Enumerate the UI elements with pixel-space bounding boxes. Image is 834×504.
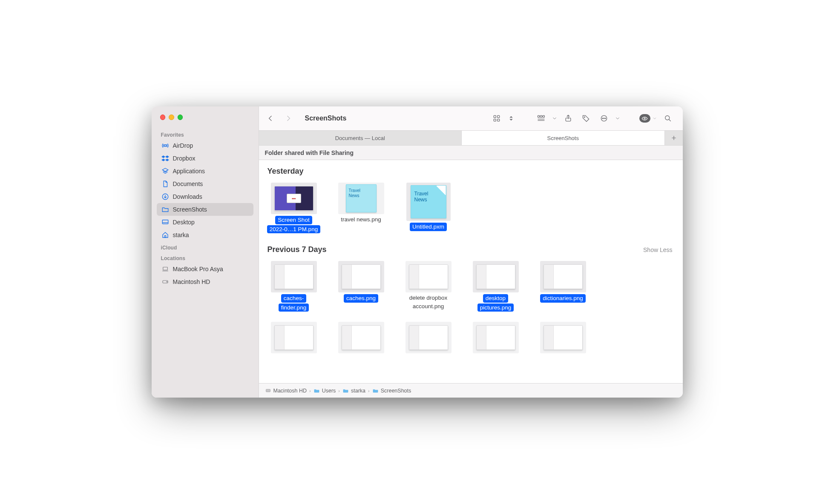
group-header: Yesterday (267, 165, 675, 178)
svg-rect-17 (497, 119, 499, 121)
forward-button[interactable] (281, 111, 296, 126)
group-title: Previous 7 Days (267, 245, 327, 254)
svg-rect-15 (497, 115, 499, 117)
svg-point-0 (164, 144, 166, 146)
content-area: Yesterday■■■Screen Shot2022-0…1 PM.pngTr… (259, 160, 683, 383)
group-title: Yesterday (267, 167, 304, 176)
file-thumbnail (338, 261, 384, 292)
chevron-right-icon: › (368, 388, 370, 393)
laptop-icon (161, 265, 170, 273)
path-segment[interactable]: ScreenShots (372, 387, 411, 394)
folder-sys-icon (372, 387, 379, 394)
svg-point-29 (604, 118, 604, 119)
file-thumbnail (540, 261, 586, 292)
sidebar-item-applications[interactable]: Applications (157, 165, 253, 178)
icon-grid-scroll[interactable]: Yesterday■■■Screen Shot2022-0…1 PM.pngTr… (259, 160, 683, 383)
close-window-button[interactable] (160, 115, 166, 120)
file-thumbnail (271, 322, 317, 353)
group-header: Previous 7 DaysShow Less (267, 243, 675, 257)
back-button[interactable] (263, 111, 278, 126)
sidebar-item-airdrop[interactable]: AirDrop (157, 139, 253, 152)
sidebar-item-label: Downloads (173, 194, 202, 200)
path-segment[interactable]: Users (313, 387, 336, 394)
file-label: delete dropboxaccount.png (409, 294, 447, 310)
svg-rect-16 (494, 119, 496, 121)
applications-icon (161, 167, 170, 175)
file-thumbnail (271, 261, 317, 292)
file-item[interactable] (536, 322, 590, 353)
file-item[interactable]: desktoppictures.png (469, 261, 523, 312)
sidebar-item-macbook-pro-asya[interactable]: MacBook Pro Asya (157, 263, 253, 275)
sidebar-item-documents[interactable]: Documents (157, 178, 253, 190)
path-bar[interactable]: Macintosh HD›Users›starka›ScreenShots (259, 383, 683, 398)
documents-icon (161, 180, 170, 188)
svg-rect-7 (162, 220, 168, 223)
file-item[interactable] (267, 322, 321, 353)
sidebar-section-label: Locations (156, 252, 254, 263)
file-item[interactable]: caches.png (334, 261, 388, 312)
file-item[interactable]: TravelNewstravel news.png (334, 183, 388, 233)
sidebar-item-label: starka (173, 232, 189, 238)
preview-mode-button[interactable] (639, 114, 657, 123)
path-label: Users (322, 388, 336, 394)
sidebar-item-macintosh-hd[interactable]: Macintosh HD (157, 275, 253, 288)
sidebar-item-desktop[interactable]: Desktop (157, 216, 253, 229)
sidebar-item-dropbox[interactable]: Dropbox (157, 152, 253, 165)
file-item[interactable]: delete dropboxaccount.png (401, 261, 456, 312)
file-item[interactable] (469, 322, 523, 353)
new-tab-button[interactable] (665, 131, 683, 145)
file-item[interactable]: dictionaries.png (536, 261, 590, 312)
group-by-button[interactable] (534, 111, 548, 126)
zoom-window-button[interactable] (178, 115, 183, 120)
file-thumbnail (405, 322, 452, 353)
hdd-icon (265, 387, 271, 394)
svg-point-32 (665, 116, 669, 120)
sidebar-item-label: Macintosh HD (173, 279, 210, 285)
chevron-right-icon: › (309, 388, 311, 393)
sidebar: FavoritesAirDropDropboxApplicationsDocum… (152, 106, 259, 398)
svg-rect-21 (540, 115, 542, 117)
sidebar-item-downloads[interactable]: Downloads (157, 190, 253, 203)
file-thumbnail (540, 322, 586, 353)
file-item[interactable]: caches-finder.png (267, 261, 321, 312)
file-label: desktoppictures.png (477, 294, 514, 312)
file-label: travel news.png (341, 216, 381, 223)
file-item[interactable] (334, 322, 388, 353)
path-segment[interactable]: Macintosh HD (265, 387, 307, 394)
window-title: ScreenShots (299, 115, 350, 122)
file-label: caches.png (344, 294, 378, 303)
view-mode-button[interactable] (489, 111, 504, 126)
desktop-icon (161, 218, 170, 226)
sidebar-item-label: Applications (173, 168, 205, 174)
file-item[interactable]: TravelNewsUntitled.pxm (401, 183, 456, 233)
group-toggle[interactable]: Show Less (643, 246, 672, 253)
view-mode-stepper[interactable] (507, 111, 515, 126)
path-segment[interactable]: starka (342, 387, 365, 394)
more-actions-button[interactable] (597, 111, 611, 126)
svg-point-31 (644, 117, 645, 119)
share-button[interactable] (561, 111, 575, 126)
file-label: caches-finder.png (279, 294, 309, 312)
sidebar-item-screenshots[interactable]: ScreenShots (157, 203, 253, 216)
file-thumbnail (473, 322, 519, 353)
main-pane: ScreenShots (259, 106, 683, 398)
tab-documents-local[interactable]: Documents — Local (259, 131, 462, 145)
search-button[interactable] (661, 111, 675, 126)
group-by-chevron[interactable] (552, 111, 558, 126)
home-icon (161, 231, 170, 239)
more-actions-chevron[interactable] (615, 111, 621, 126)
sidebar-section-label: Favorites (156, 129, 254, 139)
tab-screenshots[interactable]: ScreenShots (462, 131, 665, 145)
svg-line-33 (669, 120, 670, 121)
minimize-window-button[interactable] (169, 115, 174, 120)
file-thumbnail: TravelNews (338, 183, 384, 214)
file-thumbnail (338, 322, 384, 353)
svg-rect-22 (543, 115, 544, 117)
sidebar-item-starka[interactable]: starka (157, 229, 253, 241)
file-item[interactable]: ■■■Screen Shot2022-0…1 PM.png (267, 183, 321, 233)
tags-button[interactable] (579, 111, 593, 126)
file-item[interactable] (401, 322, 456, 353)
sidebar-section-label: iCloud (156, 241, 254, 252)
file-thumbnail (405, 261, 452, 292)
file-label: dictionaries.png (540, 294, 586, 303)
